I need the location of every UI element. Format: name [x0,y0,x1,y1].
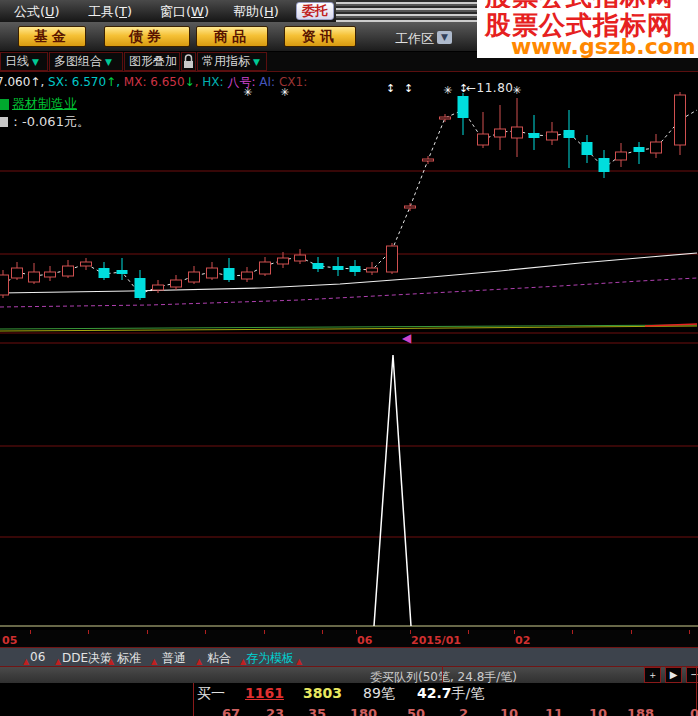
menu-item-tools[interactable]: 工具(T) [88,3,132,21]
candle [599,150,610,178]
buy-queue-titlebar: 委买队列(50笔, 24.8手/笔) [0,666,698,683]
signal-spike [374,355,411,626]
fund-button[interactable]: 基金 [18,26,86,47]
dropdown-arrow-icon: ▼ [32,57,39,67]
updown-arrow-icon: ↕ [404,82,413,95]
axis-tick [30,630,31,634]
tab-separator-icon: ▲ [23,657,29,666]
tab-dde[interactable]: DDE决策 [62,650,112,667]
workspace-label[interactable]: 工作区 [395,30,434,48]
queue-play-button[interactable]: ▶ [665,667,682,683]
candle [675,92,686,155]
candle [63,260,74,278]
depth-value: 10 [500,706,518,716]
candle [135,270,146,300]
indicator-segment: ↑ [106,75,116,89]
candle [29,263,40,284]
depth-value: 0 [690,706,698,716]
axis-tick [356,630,357,634]
trading-app-window: 公式(U) 工具(T) 窗口(W) 帮助(H) 委托 基金 债券 商品 资讯 工… [0,0,698,716]
depth-value: 188 [627,706,654,716]
indicator-values-line: 7.060↑, SX: 6.570↑, MX: 6.650↓, HX: 八号: … [0,74,307,91]
depth-value: 10 [589,706,607,716]
lock-icon [182,53,195,70]
tab-separator-icon: ▲ [196,657,202,666]
tab-06[interactable]: 06 [30,650,45,664]
indicator-segment: AI: [259,75,279,89]
menu-item-formula[interactable]: 公式(U) [14,3,60,21]
indicator-segment: HX: [202,75,227,89]
indicator-segment: ↓ [185,75,195,89]
axis-label: 02 [515,634,530,647]
dropdown-arrow-icon: ▼ [253,57,260,67]
queue-depth-row: 6723351805021011101880 [0,706,698,716]
sector-link[interactable]: 器材制造业 [12,95,77,113]
indicator-segment: 7.060↑, [0,75,48,89]
updown-arrow-icon: ↕ [386,82,395,95]
magenta-arrow-icon: ◀ [402,331,411,345]
chevron-down-icon[interactable]: ▼ [437,31,452,44]
candle [333,257,344,276]
axis-label: 05 [2,634,17,647]
period-selector[interactable]: 日线▼ [0,52,48,71]
indicator-segment: MX: 6.650 [124,75,185,89]
layout-tab-bar: 06 DDE决策 标准 普通 粘合 存为模板 ▲▲▲▲▲▲▲ [0,648,698,666]
candle [423,156,434,164]
time-axis: 05 06 2015/01 02 [0,630,698,648]
candle [99,262,110,280]
axis-label: 06 [357,634,372,647]
candle [387,243,398,274]
watermark-clipped-line: 股票公式指标网 [485,0,695,8]
tab-save-template[interactable]: 存为模板 [246,650,294,667]
axis-tick [147,630,148,634]
buy-one-volume: 3803 [303,685,342,701]
candle [564,110,575,168]
candle [616,143,627,167]
chart-canvas[interactable] [0,0,698,716]
bond-button[interactable]: 债券 [104,26,190,47]
commodity-button[interactable]: 商品 [196,26,268,47]
menu-item-window[interactable]: 窗口(W) [160,3,209,21]
multi-chart-selector[interactable]: 多图组合▼ [49,52,123,71]
axis-tick [322,630,323,634]
overlay-button[interactable]: 图形叠加 [124,52,180,71]
candle [350,260,361,276]
depth-value: 50 [407,706,425,716]
eps-text-fragment [0,117,8,127]
candle [495,105,506,150]
depth-value: 11 [545,706,563,716]
star-signal-icon: ✳ [443,84,452,97]
watermark-url: www.gszb.com [511,34,696,58]
indicator-segment: , [116,75,124,89]
news-button[interactable]: 资讯 [284,26,356,47]
buy-one-row: 买一 1161 3803 89笔 42.7手/笔 [0,685,698,705]
indicator-segment: SX: 6.570 [48,75,106,89]
axis-tick [514,630,515,634]
axis-tick [410,630,411,634]
lock-button[interactable] [181,52,196,71]
buy-one-average: 42.7手/笔 [417,685,484,703]
candle [242,267,253,282]
candle [81,258,92,270]
candle [313,257,324,272]
candle [634,142,645,164]
candle [45,266,56,281]
candle [651,134,662,158]
axis-tick [88,630,89,634]
depth-value: 35 [308,706,326,716]
depth-value: 23 [266,706,284,716]
tab-separator-icon: ▲ [108,657,114,666]
common-indicators-selector[interactable]: 常用指标▼ [197,52,267,71]
tab-merge[interactable]: 粘合 [207,650,231,667]
menu-item-help[interactable]: 帮助(H) [233,3,279,21]
candle [12,262,23,280]
candle [478,112,489,148]
candle [207,262,218,280]
watermark-overlay: 股票公式指标网 股票公式指标网 www.gszb.com [477,0,698,58]
star-signal-icon: ✳ [243,86,252,99]
entrust-button[interactable]: 委托 [296,2,334,20]
tab-normal[interactable]: 普通 [162,650,186,667]
queue-add-button[interactable]: ＋ [644,667,661,683]
tab-standard[interactable]: 标准 [117,650,141,667]
candle [440,114,451,122]
